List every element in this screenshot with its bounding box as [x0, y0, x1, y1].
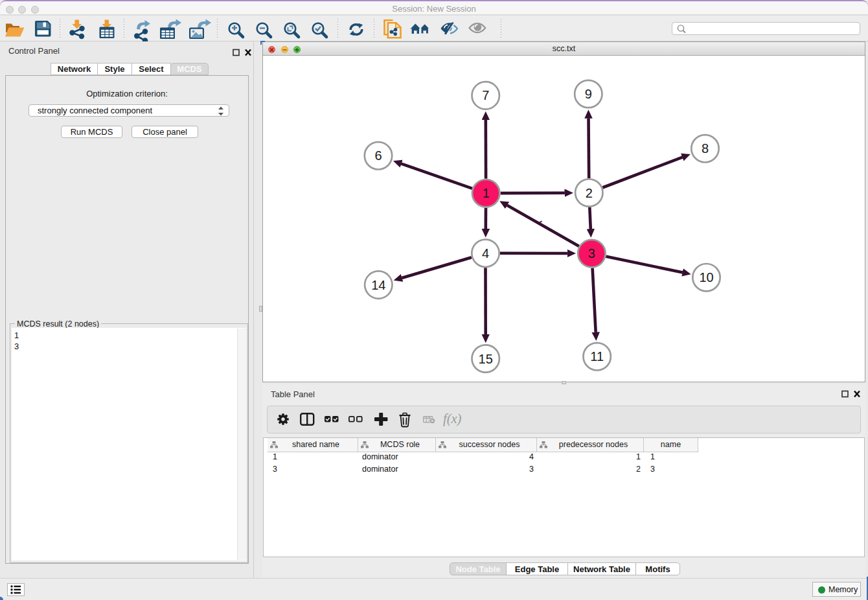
svg-text:2: 2: [586, 186, 593, 200]
svg-text:9: 9: [585, 87, 592, 101]
svg-text:3: 3: [588, 246, 595, 260]
svg-text:1: 1: [483, 186, 490, 200]
svg-text:6: 6: [374, 148, 382, 163]
svg-text:15: 15: [479, 352, 493, 366]
svg-text:14: 14: [371, 278, 385, 292]
svg-text:11: 11: [590, 349, 604, 363]
svg-text:10: 10: [699, 270, 713, 284]
svg-text:f(x): f(x): [443, 411, 462, 426]
svg-text:4: 4: [482, 246, 489, 260]
svg-text:7: 7: [482, 88, 489, 102]
svg-text:8: 8: [702, 141, 709, 156]
